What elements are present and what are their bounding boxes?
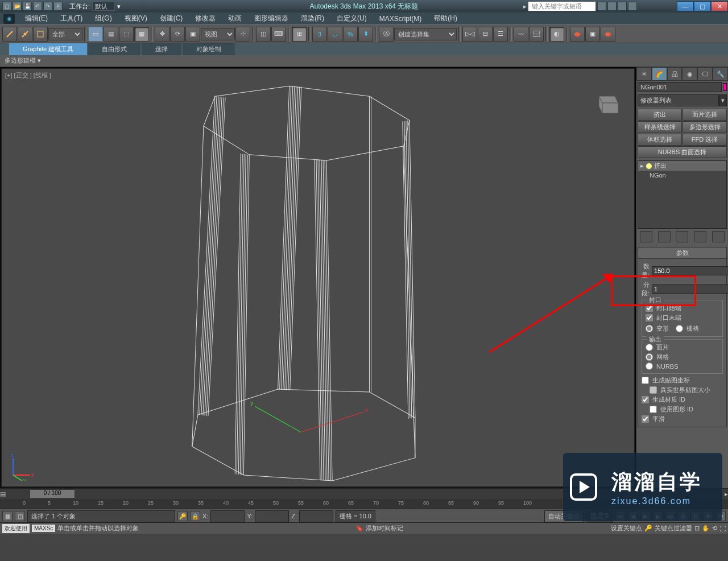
stack-item[interactable]: NGon: [638, 171, 726, 180]
menu-graph[interactable]: 图形编辑器: [249, 13, 294, 24]
select-rect-icon[interactable]: ⬚: [119, 27, 134, 42]
cap-start-check[interactable]: 封口始端: [646, 304, 719, 312]
setkey-button[interactable]: 设置关键点: [611, 524, 642, 533]
menu-help[interactable]: 帮助(H): [428, 13, 463, 24]
morph-radio[interactable]: 变形: [646, 324, 669, 333]
unique-icon[interactable]: [676, 231, 688, 242]
minimize-button[interactable]: —: [677, 1, 694, 11]
bulb-icon[interactable]: [646, 163, 652, 169]
lock-sel-icon[interactable]: 🔒: [190, 511, 200, 521]
keyboard-icon[interactable]: ⌨: [271, 27, 286, 42]
snap-angle-icon[interactable]: ◡: [328, 27, 342, 42]
snap-percent-icon[interactable]: %: [343, 27, 358, 42]
pin-icon[interactable]: [640, 231, 652, 242]
y-input[interactable]: [255, 510, 289, 522]
display-tab-icon[interactable]: 🖵: [697, 67, 713, 81]
btn-extrude[interactable]: 挤出: [638, 109, 682, 121]
menu-create[interactable]: 创建(C): [154, 13, 189, 24]
snap-3-icon[interactable]: 3: [312, 27, 327, 42]
object-color-swatch[interactable]: [723, 83, 727, 91]
render-frame-icon[interactable]: ▣: [585, 27, 600, 42]
render-setup-icon[interactable]: 🫖: [570, 27, 585, 42]
time-slider[interactable]: 0 / 100: [30, 489, 75, 498]
window-crossing-icon[interactable]: ▦: [134, 27, 149, 42]
pivot-icon[interactable]: ⊹: [235, 27, 250, 42]
keykey-icon[interactable]: 🔑: [644, 525, 652, 532]
menu-tools[interactable]: 工具(T): [55, 13, 88, 24]
comm-icon[interactable]: [607, 2, 617, 11]
new-icon[interactable]: ▢: [2, 2, 11, 11]
config-icon[interactable]: [712, 231, 725, 242]
keymode-icon[interactable]: 🔑: [177, 511, 188, 521]
modifier-stack[interactable]: ▸挤出 NGon: [638, 160, 727, 229]
link-icon[interactable]: ⎘: [53, 2, 63, 11]
remove-icon[interactable]: [694, 231, 706, 242]
isolate-icon[interactable]: ◫: [15, 511, 25, 521]
layers-icon[interactable]: ☰: [493, 27, 508, 42]
fav-icon[interactable]: [618, 2, 627, 11]
save-icon[interactable]: 💾: [23, 2, 32, 11]
tag-icon[interactable]: 🔖: [355, 525, 363, 532]
add-tag[interactable]: 添加时间标记: [366, 524, 403, 533]
menu-render[interactable]: 渲染(R): [295, 13, 330, 24]
mesh-radio[interactable]: 网格: [646, 353, 719, 361]
viewcube-icon[interactable]: [591, 86, 623, 118]
snap-2d-icon[interactable]: ⊞: [292, 27, 307, 42]
ribbon-sub-label[interactable]: 多边形建模: [5, 57, 36, 64]
modifier-list[interactable]: 修改器列表: [638, 94, 719, 106]
workspace-value[interactable]: [92, 2, 115, 11]
chevron-down-icon[interactable]: ▾: [117, 3, 121, 10]
menu-views[interactable]: 视图(V): [119, 13, 153, 24]
redo-icon[interactable]: ↷: [43, 2, 52, 11]
search-icon[interactable]: [597, 2, 606, 11]
nav2-icon[interactable]: ✋: [702, 525, 710, 532]
rollout-header[interactable]: 参数: [638, 248, 726, 259]
btn-facesel[interactable]: 面片选择: [682, 109, 727, 121]
align-icon[interactable]: ⊟: [478, 27, 493, 42]
search-input[interactable]: [528, 1, 596, 11]
menu-customize[interactable]: 自定义(U): [331, 13, 373, 24]
segments-input[interactable]: [652, 284, 728, 294]
mirror-icon[interactable]: ▷◁: [462, 27, 477, 42]
utilities-tab-icon[interactable]: 🔧: [713, 67, 728, 81]
nav1-icon[interactable]: ⊡: [694, 525, 700, 532]
nav4-icon[interactable]: ⛶: [719, 525, 726, 532]
ref-coord[interactable]: 视图: [201, 28, 235, 40]
unlink-icon[interactable]: [18, 27, 32, 42]
z-input[interactable]: [299, 510, 333, 522]
select-name-icon[interactable]: ▤: [104, 27, 118, 42]
move-icon[interactable]: ✥: [155, 27, 169, 42]
menu-maxscript[interactable]: MAXScript(M): [374, 14, 428, 24]
menu-animation[interactable]: 动画: [222, 13, 247, 24]
tab-graphite[interactable]: Graphite 建模工具: [9, 43, 87, 55]
patch-radio[interactable]: 面片: [646, 343, 719, 352]
undo-icon[interactable]: ↶: [33, 2, 42, 11]
create-tab-icon[interactable]: ✳: [636, 67, 652, 81]
modify-tab-icon[interactable]: 🌈: [652, 67, 667, 81]
show-end-icon[interactable]: [658, 231, 671, 242]
use-shape-check[interactable]: 使用图形 ID: [642, 405, 723, 414]
cap-end-check[interactable]: 封口末端: [646, 314, 719, 322]
bind-icon[interactable]: [33, 27, 48, 42]
menu-edit[interactable]: 编辑(E): [19, 13, 53, 24]
gen-mat-check[interactable]: 生成材质 ID: [642, 395, 723, 404]
open-icon[interactable]: 📂: [13, 2, 22, 11]
amount-input[interactable]: [652, 266, 728, 275]
lock-icon[interactable]: ▦: [2, 511, 13, 521]
object-name-input[interactable]: [638, 82, 722, 92]
tab-freeform[interactable]: 自由形式: [88, 43, 140, 55]
smooth-check[interactable]: 平滑: [642, 415, 723, 423]
rotate-icon[interactable]: ⟳: [170, 27, 185, 42]
gen-map-check[interactable]: 生成贴图坐标: [642, 376, 723, 385]
motion-tab-icon[interactable]: ◉: [682, 67, 697, 81]
selset-edit-icon[interactable]: Ⓐ: [379, 27, 394, 42]
scale-icon[interactable]: ▣: [185, 27, 200, 42]
grid-radio[interactable]: 栅格: [676, 324, 699, 333]
close-button[interactable]: ✕: [711, 1, 728, 11]
btn-ffdsel[interactable]: FFD 选择: [682, 134, 727, 146]
material-icon[interactable]: ◐: [549, 27, 564, 42]
menu-group[interactable]: 组(G): [89, 13, 117, 24]
selection-filter[interactable]: 全部: [48, 28, 82, 40]
nav3-icon[interactable]: ⟲: [712, 525, 717, 532]
curve-editor-icon[interactable]: 〰: [514, 27, 528, 42]
